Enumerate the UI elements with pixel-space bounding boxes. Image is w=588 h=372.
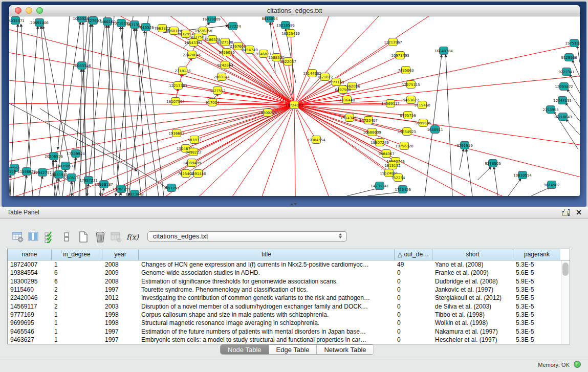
table-options-button[interactable]	[11, 230, 25, 244]
graph-node[interactable]: 9975857	[57, 162, 73, 170]
table-row[interactable]: 969969511998Structural magnetic resonanc…	[8, 319, 570, 327]
graph-node[interactable]: 9824502	[543, 181, 559, 189]
graph-node[interactable]: 20691406	[30, 19, 49, 27]
graph-node[interactable]: 16210643	[554, 113, 572, 121]
graph-node[interactable]: 9899695	[415, 119, 431, 127]
graph-node[interactable]: 14569117	[381, 100, 400, 107]
graph-node[interactable]: 10688609	[363, 128, 381, 136]
table-row[interactable]: 1456911722003Disruption of a novel membe…	[8, 302, 570, 310]
citation-edge-black	[347, 188, 378, 196]
table-row[interactable]: 946362711997Embryonic stem cells: a mode…	[8, 336, 570, 344]
graph-node[interactable]: 12213383	[169, 82, 187, 90]
graph-node[interactable]: 16648784	[434, 47, 453, 55]
table-row[interactable]: 1830029562008Estimation of significance …	[8, 277, 570, 286]
graph-node[interactable]: 2803144	[213, 73, 230, 81]
close-window-button[interactable]	[15, 7, 21, 14]
graph-node[interactable]: 12942757	[33, 169, 52, 177]
network-window-titlebar[interactable]: citations_edges.txt	[9, 5, 580, 16]
graph-node[interactable]: 8427552	[209, 87, 225, 95]
table-panel-header[interactable]: Table Panel ✕	[0, 207, 588, 219]
graph-node[interactable]: 12213967	[384, 38, 402, 46]
graph-node[interactable]: 9218505	[485, 160, 500, 167]
panel-splitter-handle[interactable]	[290, 202, 297, 206]
table-row[interactable]: 946554611997Estimation of the future num…	[8, 327, 570, 335]
new-table-button[interactable]	[77, 230, 90, 244]
graph-node[interactable]: 917004	[206, 99, 220, 106]
column-header-year[interactable]: year	[102, 249, 139, 260]
column-header-in_degree[interactable]: in_degree	[52, 249, 102, 260]
function-builder-button[interactable]: f(x)	[126, 230, 139, 244]
graph-node[interactable]: 20206556	[45, 152, 63, 160]
graph-node[interactable]: 9777169	[328, 78, 344, 86]
select-all-button[interactable]	[43, 230, 56, 244]
graph-node[interactable]: 18325419	[281, 30, 300, 37]
table-row[interactable]: 1938455462009Genome-wide association stu…	[8, 269, 570, 277]
graph-node[interactable]: 10810554	[513, 171, 532, 179]
graph-node[interactable]: 2718126	[175, 67, 191, 75]
graph-node[interactable]: 9463627	[403, 96, 419, 104]
graph-node[interactable]: 587833	[188, 136, 202, 144]
graph-node[interactable]: 19218586	[276, 21, 295, 29]
graph-node[interactable]: 15751874	[565, 39, 580, 47]
graph-node[interactable]: 1753426	[395, 186, 411, 193]
table-selector-combo[interactable]: citations_edges.txt	[147, 231, 347, 242]
graph-node[interactable]: 10973493	[391, 52, 409, 59]
column-header-title[interactable]: title	[139, 249, 395, 260]
graph-node[interactable]: 1640911	[427, 126, 443, 134]
table-row[interactable]: 911546021997Tourette syndrome. Phenomeno…	[8, 286, 570, 294]
scrollbar-thumb[interactable]	[562, 262, 569, 276]
table-row[interactable]: 2242004622012Investigating the contribut…	[8, 294, 570, 302]
column-header-pagerank[interactable]: pagerank	[513, 249, 560, 260]
graph-node[interactable]: 8495756	[400, 112, 416, 119]
column-header-out_de[interactable]: △ out_de…	[395, 249, 432, 260]
network-canvas[interactable]: 2403557120691406106532871527607646616010…	[9, 16, 580, 196]
row-height-button[interactable]	[60, 230, 73, 244]
graph-node[interactable]: 8813054	[262, 16, 278, 23]
float-panel-icon[interactable]	[562, 209, 570, 216]
graph-node[interactable]: 9756085	[219, 49, 234, 56]
graph-node[interactable]: 24035571	[9, 17, 25, 25]
close-panel-icon[interactable]: ✕	[576, 209, 582, 216]
graph-node-label: 1916685	[168, 132, 184, 136]
delete-rows-button[interactable]	[94, 230, 107, 244]
graph-node[interactable]: 9457791	[163, 184, 179, 192]
graph-node[interactable]: 9329966	[561, 54, 577, 61]
zoom-window-button[interactable]	[36, 7, 43, 14]
graph-node[interactable]: 2153955	[542, 106, 558, 114]
graph-node[interactable]: 12444153	[553, 97, 572, 104]
vertical-scrollbar[interactable]	[561, 260, 570, 344]
column-header-name[interactable]: name	[8, 249, 52, 260]
graph-node[interactable]: 8791919	[456, 142, 472, 149]
table-row[interactable]: 1872400712008Changes of HCN gene express…	[8, 260, 570, 269]
graph-node[interactable]: 17359924	[67, 150, 85, 158]
network-view-window[interactable]: citations_edges.txt 24035571206914061065…	[9, 5, 580, 196]
graph-node[interactable]: 12975115	[402, 81, 420, 89]
graph-node[interactable]: 12093872	[555, 83, 573, 91]
graph-node[interactable]: 19756928	[395, 142, 413, 150]
minimize-window-button[interactable]	[26, 7, 32, 14]
tab-edge-table[interactable]: Edge Table	[269, 345, 317, 354]
graph-node[interactable]: 9227341	[558, 68, 574, 76]
tab-network-table[interactable]: Network Table	[316, 345, 373, 354]
graph-node[interactable]: 19384554	[307, 136, 325, 144]
memory-status-indicator[interactable]	[574, 361, 581, 368]
table-row[interactable]: 977716911998Corpus callosum shape and si…	[8, 311, 570, 319]
graph-node[interactable]: 16033809	[202, 16, 221, 23]
graph-node[interactable]: 7485063	[398, 67, 413, 74]
tab-node-table[interactable]: Node Table	[221, 345, 269, 354]
show-columns-button[interactable]	[27, 230, 40, 244]
graph-node[interactable]: 20053346	[73, 62, 91, 70]
graph-node[interactable]: 1691440	[190, 170, 206, 178]
graph-node[interactable]: 14136141	[371, 182, 389, 190]
graph-node[interactable]: 9242844	[217, 61, 233, 69]
delete-table-button[interactable]	[110, 230, 123, 244]
graph-node[interactable]: 19654923	[398, 128, 416, 136]
graph-node[interactable]: 18107554	[166, 98, 185, 105]
graph-node[interactable]: 7857224	[225, 23, 241, 30]
graph-node-label: 9218505	[485, 162, 500, 166]
column-header-short[interactable]: short	[432, 249, 513, 260]
graph-node[interactable]: 1916685	[168, 129, 184, 137]
graph-node[interactable]: 15720407	[359, 117, 378, 124]
graph-node[interactable]: 22420046	[183, 51, 201, 59]
graph-node[interactable]: 9115460	[414, 101, 430, 109]
